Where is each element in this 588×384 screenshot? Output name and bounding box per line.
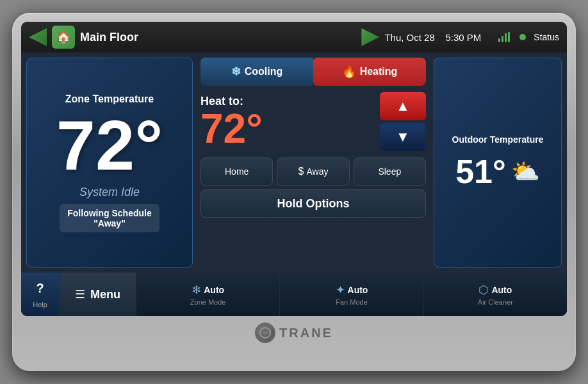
datetime-display: Thu, Oct 28 5:30 PM [384,32,481,43]
outdoor-label: Outdoor Temperature [452,134,544,145]
status-label: Status [534,32,559,42]
status-indicator [519,34,526,40]
thermostat-device: 🏠 Main Floor Thu, Oct 28 5:30 PM Status [12,13,576,371]
top-bar: 🏠 Main Floor Thu, Oct 28 5:30 PM Status [21,22,567,52]
brand-area: TRANE [21,316,567,349]
menu-icon: ☰ [75,287,85,301]
main-content: Zone Temperature 72° System Idle Followi… [21,52,567,273]
temp-down-button[interactable]: ▼ [380,123,426,151]
trane-wordmark: TRANE [279,326,333,340]
outdoor-temp-panel: Outdoor Temperature 51° ⛅ [434,58,562,268]
air-cleaner-button[interactable]: ⬡ Auto Air Cleaner [424,273,567,316]
fan-mode-sub: Fan Mode [336,298,368,306]
away-preset-button[interactable]: $ Away [277,157,349,186]
away-icon: $ [298,166,304,177]
fan-icon: ✦ [336,283,345,297]
menu-label: Menu [90,288,120,301]
help-icon: ? [36,281,44,296]
preset-buttons: Home $ Away Sleep [200,157,426,186]
schedule-label: Following Schedule [67,208,151,218]
heat-control: Heat to: 72° ▲ ▼ [200,90,426,154]
air-cleaner-sub: Air Cleaner [478,298,513,306]
control-panel: ❄ Cooling 🔥 Heating Heat to: 72° [198,52,429,273]
zone-temp-panel: Zone Temperature 72° System Idle Followi… [26,58,193,268]
nav-right-arrow[interactable] [361,28,379,46]
help-label: Help [33,301,47,308]
mode-tabs: ❄ Cooling 🔥 Heating [200,58,426,86]
down-arrow-icon: ▼ [396,129,410,145]
outdoor-temp-value: 51° [455,152,506,191]
date-text: Thu, Oct 28 [384,32,434,43]
time-text: 5:30 PM [445,32,481,43]
zone-temp-label: Zone Temperature [65,93,154,105]
zone-mode-sub: Zone Mode [190,298,226,306]
thermostat-screen: 🏠 Main Floor Thu, Oct 28 5:30 PM Status [21,22,567,316]
hold-options-label: Hold Options [277,197,350,211]
svg-rect-3 [508,32,510,42]
svg-rect-0 [498,38,500,42]
zone-mode-button[interactable]: ❄ Auto Zone Mode [136,273,280,316]
fan-mode-row: ✦ Auto [336,283,368,297]
zone-mode-icon: ❄ [192,283,201,297]
svg-rect-2 [505,33,507,42]
air-cleaner-icon: ⬡ [478,283,489,297]
heat-temp-value: 72° [200,108,375,149]
heating-icon: 🔥 [342,65,356,79]
heat-label-temp: Heat to: 72° [200,95,375,149]
cooling-label: Cooling [245,66,283,77]
weather-icon: ⛅ [511,158,540,185]
outdoor-temp-row: 51° ⛅ [455,152,540,191]
temp-controls: ▲ ▼ [380,92,426,151]
heating-label: Heating [360,66,398,77]
up-arrow-icon: ▲ [396,98,410,115]
home-preset-button[interactable]: Home [200,157,273,186]
temp-up-button[interactable]: ▲ [380,92,426,120]
schedule-info: Following Schedule "Away" [60,204,159,232]
away-preset-label: Away [306,166,328,177]
nav-left-arrow[interactable] [29,28,47,46]
home-icon[interactable]: 🏠 [52,26,75,49]
trane-emblem [255,323,275,343]
sleep-preset-button[interactable]: Sleep [354,157,426,186]
zone-mode-row: ❄ Auto [192,283,224,297]
svg-rect-1 [502,36,503,42]
zone-mode-main: Auto [204,285,224,295]
hold-options-button[interactable]: Hold Options [200,189,426,218]
fan-mode-button[interactable]: ✦ Auto Fan Mode [280,273,423,316]
location-name: Main Floor [80,31,356,44]
bottom-bar: ? Help ☰ Menu ❄ Auto Zone Mode ✦ Auto F [21,273,567,316]
menu-button[interactable]: ☰ Menu [60,273,136,316]
cooling-icon: ❄ [231,65,241,79]
home-preset-label: Home [225,166,249,177]
cooling-tab[interactable]: ❄ Cooling [200,58,313,86]
wifi-icon [496,29,512,45]
sleep-preset-label: Sleep [378,166,401,177]
fan-mode-main: Auto [348,285,368,295]
air-cleaner-main: Auto [491,285,512,295]
trane-logo: TRANE [255,323,333,343]
system-status: System Idle [79,186,140,199]
help-button[interactable]: ? Help [21,273,60,316]
schedule-mode: "Away" [94,218,126,228]
air-cleaner-row: ⬡ Auto [478,283,512,297]
heating-tab[interactable]: 🔥 Heating [313,58,426,86]
zone-temp-value: 72° [56,110,163,180]
